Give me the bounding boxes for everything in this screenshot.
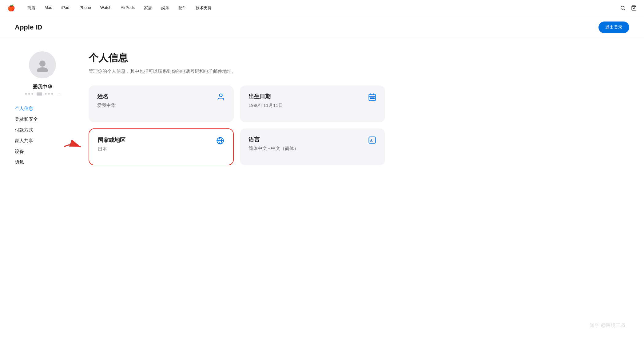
content-area: 个人信息 管理你的个人信息，其中包括可以联系到你的电话号码和电子邮件地址。 姓名… bbox=[89, 51, 385, 167]
svg-line-1 bbox=[624, 9, 625, 10]
nav-item-home[interactable]: 家居 bbox=[140, 3, 156, 13]
content-title: 个人信息 bbox=[89, 51, 385, 65]
sidebar-username: 爱我中华 bbox=[15, 84, 70, 90]
sidebar-email: ●●● ●●● ··· bbox=[15, 92, 70, 96]
sidebar-nav-登录和安全[interactable]: 登录和安全 bbox=[15, 115, 70, 123]
svg-point-5 bbox=[219, 94, 222, 97]
nav-item-entertainment[interactable]: 娱乐 bbox=[157, 3, 173, 13]
page-title: Apple ID bbox=[15, 23, 42, 31]
svg-text:A: A bbox=[370, 139, 373, 143]
card-name[interactable]: 姓名 爱我中华 bbox=[89, 85, 234, 122]
navigation: 🍎 商店MaciPadiPhoneWatchAirPods家居娱乐配件技术支持 bbox=[0, 0, 644, 16]
nav-item-ipad[interactable]: iPad bbox=[58, 3, 73, 13]
nav-item-support[interactable]: 技术支持 bbox=[192, 3, 215, 13]
card-name-title: 姓名 bbox=[97, 93, 116, 100]
header-bar: Apple ID 退出登录 bbox=[0, 16, 644, 39]
card-language[interactable]: 语言 简体中文 - 中文（简体） A bbox=[240, 128, 385, 165]
bag-button[interactable] bbox=[631, 5, 637, 11]
svg-point-4 bbox=[37, 67, 48, 72]
card-header: 语言 简体中文 - 中文（简体） A bbox=[248, 136, 376, 151]
sidebar-nav-隐私[interactable]: 隐私 bbox=[15, 158, 70, 167]
nav-item-iphone[interactable]: iPhone bbox=[75, 3, 95, 13]
card-birthday-value: 1990年11月11日 bbox=[248, 103, 283, 108]
avatar-wrap bbox=[15, 51, 70, 78]
card-birthday[interactable]: 出生日期 1990年11月11日 bbox=[240, 85, 385, 122]
nav-items: 商店MaciPadiPhoneWatchAirPods家居娱乐配件技术支持 bbox=[24, 3, 620, 13]
avatar bbox=[29, 51, 56, 78]
card-birthday-title: 出生日期 bbox=[248, 93, 283, 100]
content-description: 管理你的个人信息，其中包括可以联系到你的电话号码和电子邮件地址。 bbox=[89, 69, 385, 74]
card-country-value: 日本 bbox=[98, 146, 125, 152]
svg-point-0 bbox=[621, 6, 624, 10]
main-content: 爱我中华 ●●● ●●● ··· 个人信息登录和安全付款方式家人共享设备隐私 个… bbox=[0, 39, 400, 179]
nav-item-watch[interactable]: Watch bbox=[97, 3, 115, 13]
sidebar-nav: 个人信息登录和安全付款方式家人共享设备隐私 bbox=[15, 104, 70, 167]
card-header: 国家或地区 日本 bbox=[98, 136, 225, 152]
globe-icon bbox=[216, 136, 225, 147]
calendar-icon bbox=[368, 93, 376, 104]
card-country[interactable]: 国家或地区 日本 bbox=[89, 128, 234, 165]
person-icon bbox=[217, 93, 225, 104]
translate-icon: A bbox=[368, 136, 376, 147]
svg-rect-11 bbox=[372, 98, 373, 99]
arrow-indicator bbox=[62, 139, 86, 155]
nav-item-airpods[interactable]: AirPods bbox=[117, 3, 138, 13]
nav-item-store[interactable]: 商店 bbox=[24, 3, 39, 13]
logout-button[interactable]: 退出登录 bbox=[598, 22, 629, 33]
card-language-value: 简体中文 - 中文（简体） bbox=[248, 146, 299, 151]
card-language-title: 语言 bbox=[248, 136, 299, 143]
card-name-value: 爱我中华 bbox=[97, 103, 116, 108]
sidebar-nav-个人信息[interactable]: 个人信息 bbox=[15, 104, 70, 113]
sidebar-nav-付款方式[interactable]: 付款方式 bbox=[15, 126, 70, 134]
apple-logo[interactable]: 🍎 bbox=[7, 4, 15, 12]
nav-icons bbox=[620, 5, 637, 11]
svg-rect-10 bbox=[370, 98, 372, 99]
nav-item-accessories[interactable]: 配件 bbox=[175, 3, 190, 13]
svg-point-3 bbox=[39, 61, 46, 67]
svg-rect-6 bbox=[369, 94, 376, 101]
nav-item-mac[interactable]: Mac bbox=[41, 3, 56, 13]
svg-rect-12 bbox=[373, 98, 375, 99]
card-header: 出生日期 1990年11月11日 bbox=[248, 93, 376, 108]
card-country-title: 国家或地区 bbox=[98, 136, 125, 144]
card-header: 姓名 爱我中华 bbox=[97, 93, 225, 108]
cards-grid: 姓名 爱我中华 出生日期 1990年11月11日 bbox=[89, 85, 385, 165]
search-button[interactable] bbox=[620, 5, 626, 11]
